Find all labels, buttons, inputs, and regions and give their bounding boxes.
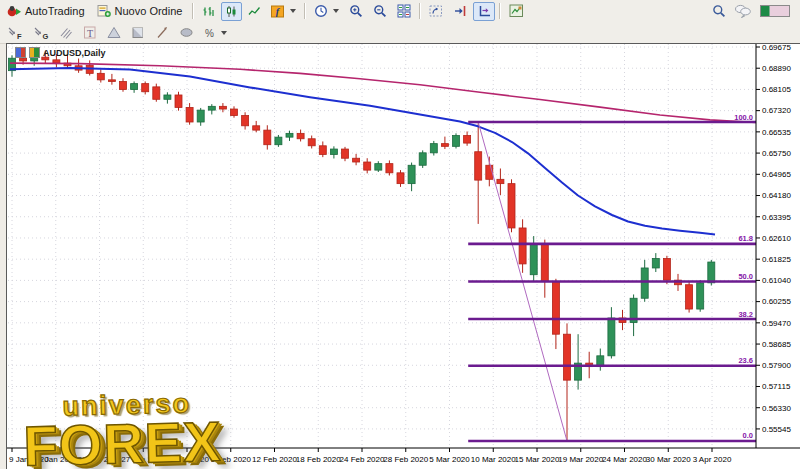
toolbar-row-2: FGT%: [0, 22, 800, 44]
candle-body: [641, 268, 648, 298]
price-axis-label: 0.55545: [762, 425, 791, 434]
price-axis-label: 0.61825: [762, 255, 791, 264]
candle-body: [231, 109, 238, 115]
fibo-percent-button[interactable]: %: [200, 23, 231, 42]
autotrading-button[interactable]: AutoTrading: [3, 2, 91, 21]
candle-body: [686, 285, 693, 309]
crosshair-fibo-button[interactable]: F: [3, 23, 27, 42]
price-axis-label: 0.66535: [762, 128, 791, 137]
chart-bars-button[interactable]: [198, 2, 219, 21]
price-axis-label: 0.67320: [762, 106, 791, 115]
arrow-tool-icon: [155, 26, 169, 39]
auto-scroll-button[interactable]: [425, 2, 447, 21]
templates-button[interactable]: [505, 2, 528, 21]
nuovo-ordine-button[interactable]: Nuovo Ordine: [93, 2, 189, 21]
shapes-button[interactable]: [127, 23, 149, 42]
time-axis-label: 18 Feb 2020: [296, 455, 341, 464]
price-axis-label: 0.60255: [762, 297, 791, 306]
trendlines-icon: [59, 26, 73, 39]
candle-body: [464, 136, 471, 144]
dropdown-caret-icon[interactable]: [221, 31, 227, 35]
price-axis-label: 0.68105: [762, 85, 791, 94]
time-axis-label: 5 Mar 2020: [429, 455, 470, 464]
toolbar-separator: [192, 3, 194, 19]
candle-body: [608, 318, 615, 356]
indicators-button[interactable]: f: [267, 2, 300, 21]
candle-body: [519, 228, 526, 264]
arrow-tool-button[interactable]: [151, 23, 173, 42]
zoom-in-button[interactable]: [345, 2, 367, 21]
zoom-in-icon: [349, 4, 363, 18]
auto-scroll-icon: [429, 4, 443, 18]
candle-body: [308, 139, 315, 146]
candle-body: [253, 126, 260, 130]
fibo-level-label: 50.0: [738, 272, 753, 281]
tile-windows-button[interactable]: [393, 2, 415, 21]
svg-text:%: %: [205, 28, 214, 39]
price-axis-label: 0.57115: [762, 382, 791, 391]
toolbar-right-group: [712, 4, 798, 18]
candle-body: [441, 144, 448, 147]
time-axis-label: 12 Feb 2020: [252, 455, 297, 464]
svg-text:F: F: [17, 32, 22, 40]
chart-line-button[interactable]: [244, 2, 265, 21]
candle-body: [242, 116, 249, 126]
fibo-level-label: 38.2: [738, 310, 753, 319]
search-icon[interactable]: [712, 4, 726, 18]
candle-body: [708, 262, 715, 283]
cursor-f-icon: F: [7, 26, 23, 40]
chat-icon[interactable]: [734, 4, 752, 18]
candle-body: [408, 165, 415, 183]
price-axis-label: 0.64180: [762, 191, 791, 200]
fibo-level-label: 23.6: [738, 356, 753, 365]
candle-body: [541, 244, 548, 282]
triangle-button[interactable]: [103, 23, 125, 42]
candle-body: [564, 334, 571, 380]
chart-window-icon: [15, 47, 26, 58]
dropdown-caret-icon[interactable]: [290, 9, 296, 13]
time-axis-label: 21 Jan 2020: [77, 455, 122, 464]
fibo-level-label: 100.0: [734, 113, 753, 122]
time-axis-label: 24 Mar 2020: [602, 455, 647, 464]
templates-icon: [509, 4, 524, 18]
autotrading-label: AutoTrading: [25, 5, 87, 17]
timeframes-button[interactable]: [310, 2, 343, 21]
candle-body: [164, 95, 171, 99]
chart-shift-button[interactable]: [449, 2, 471, 21]
toolbar-separator: [304, 3, 306, 19]
candle-body: [375, 164, 382, 170]
chart-background: [7, 44, 800, 469]
time-axis-label: 15 Jan 2020: [34, 455, 79, 464]
tile-windows-icon: [397, 4, 411, 18]
price-axis-label: 0.64965: [762, 170, 791, 179]
text-label-button[interactable]: T: [79, 23, 101, 42]
chart-candles-button[interactable]: [221, 2, 242, 21]
price-axis-label: 0.57900: [762, 361, 791, 370]
candle-body: [131, 84, 138, 90]
triangle-icon: [107, 26, 121, 39]
candle-body: [342, 149, 349, 158]
zoom-out-button[interactable]: [369, 2, 391, 21]
dropdown-caret-icon[interactable]: [333, 9, 339, 13]
candle-body: [297, 133, 304, 138]
candle-body: [208, 106, 215, 110]
candle-body: [142, 84, 149, 92]
toolbar-row-1: AutoTrading Nuovo Ordine f: [0, 0, 800, 22]
candle-body: [419, 153, 426, 165]
connection-indicator: [760, 5, 790, 17]
chart-end-button[interactable]: [473, 2, 495, 21]
candle-body: [108, 80, 115, 82]
ellipse-icon: [179, 26, 194, 39]
ellipse-button[interactable]: [175, 23, 198, 42]
chart-window[interactable]: 100.061.850.038.223.60.00.696750.688900.…: [6, 43, 800, 469]
time-axis-label: 28 Feb 2020: [383, 455, 428, 464]
trendlines-button[interactable]: [55, 23, 77, 42]
clock-icon: [314, 4, 328, 18]
price-chart[interactable]: 100.061.850.038.223.60.00.696750.688900.…: [7, 44, 800, 469]
candle-body: [497, 179, 504, 183]
price-axis-label: 0.61040: [762, 276, 791, 285]
crosshair-gann-button[interactable]: G: [29, 23, 53, 42]
candle-body: [386, 164, 393, 173]
candle-body: [330, 149, 337, 154]
time-axis-label: 15 Mar 2020: [515, 455, 560, 464]
